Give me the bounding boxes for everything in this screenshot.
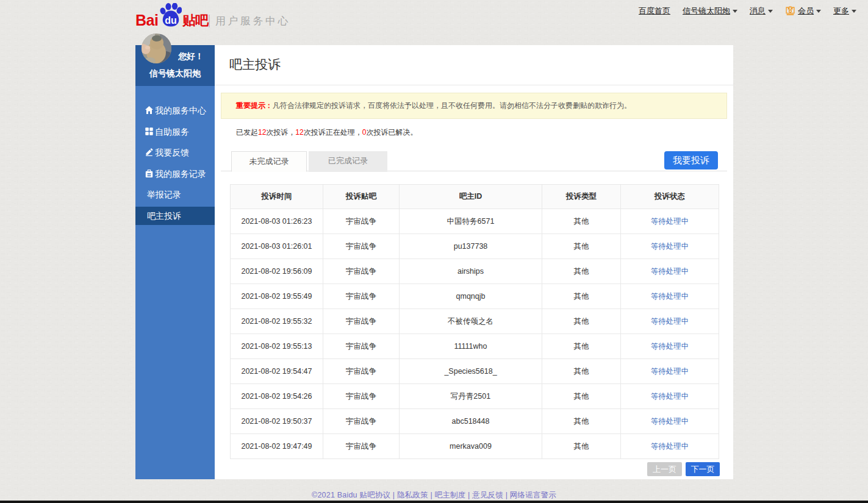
svg-text:du: du [165, 15, 177, 26]
